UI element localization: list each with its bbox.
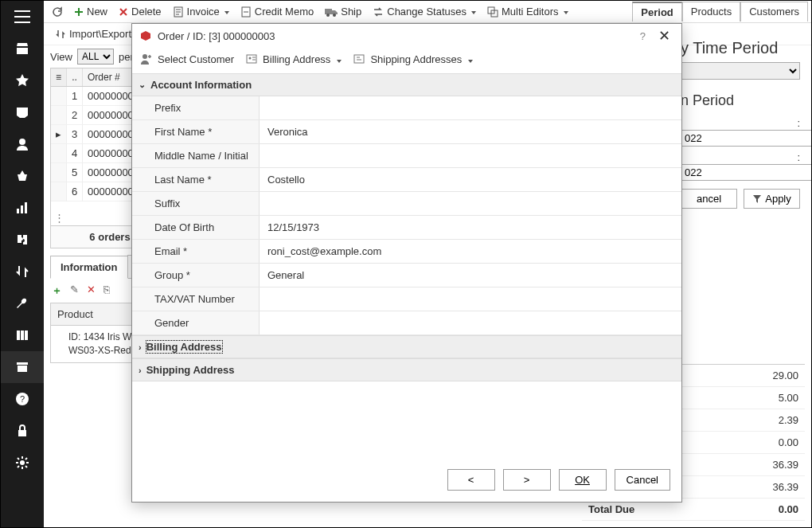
field-value[interactable] [260,96,681,119]
rp-title: y Time Period [681,39,800,57]
select-customer-action[interactable]: Select Customer [140,53,234,65]
sidebar-puzzle-icon[interactable] [1,224,44,256]
modal-ok-button[interactable]: OK [559,469,607,491]
modal-close-icon[interactable]: ✕ [655,29,673,43]
grid-expand-col: .. [67,68,83,86]
delete-label: Delete [131,6,162,18]
svg-rect-18 [325,9,332,14]
rp-apply-button[interactable]: Apply [744,189,800,209]
field-value[interactable] [260,144,681,167]
section-billing-address[interactable]: ›Billing Address [132,335,681,358]
section-shipping-address[interactable]: ›Shipping Address [132,358,681,381]
invoice-button[interactable]: Invoice [168,4,234,19]
field-value[interactable]: 12/15/1973 [260,216,681,239]
import-export-button[interactable]: Import\Export [50,26,136,41]
rp-to-input[interactable] [681,164,812,181]
modal-cancel-button[interactable]: Cancel [615,469,670,491]
totals-value: 0.00 [779,503,798,515]
rp-cancel-button[interactable]: ancel [681,189,737,209]
tab-information[interactable]: Information [50,256,128,279]
rp-from-input[interactable] [681,130,812,147]
modal-title-text: Order / ID: [3] 000000003 [158,30,275,42]
modal-help-icon[interactable]: ? [637,30,649,42]
field-label: Group * [132,264,260,287]
field-label: Date Of Birth [132,216,260,239]
new-label: New [87,6,107,18]
invoice-label: Invoice [187,6,220,18]
sidebar-chart-icon[interactable] [1,192,44,224]
credit-memo-button[interactable]: Credit Memo [236,4,318,19]
view-select[interactable]: ALL [77,49,114,65]
sidebar-columns-icon[interactable] [1,319,44,351]
svg-rect-2 [14,22,30,23]
svg-point-19 [326,14,330,17]
top-toolbar: New Delete Invoice Credit Memo Ship Chan… [44,1,811,23]
shipping-addresses-action[interactable]: Shipping Addresses [353,53,473,65]
svg-text:?: ? [20,394,25,404]
add-product-icon[interactable]: ＋ [52,284,62,298]
sidebar-lock-icon[interactable] [1,415,44,447]
ship-button[interactable]: Ship [320,4,366,19]
svg-rect-14 [18,430,26,436]
credit-memo-label: Credit Memo [255,6,314,18]
field-label: Prefix [132,96,260,119]
rp-period-select[interactable] [681,62,800,80]
sidebar-archive-icon[interactable] [1,351,44,383]
change-statuses-label: Change Statuses [387,6,467,18]
field-value[interactable]: roni_cost@example.com [260,240,681,263]
ship-label: Ship [341,6,361,18]
refresh-button[interactable] [47,5,68,19]
multi-editors-label: Multi Editors [502,6,559,18]
rp-to-label: : [681,151,800,163]
more-product-icon[interactable]: ⎘ [103,284,110,298]
change-statuses-button[interactable]: Change Statuses [368,4,481,19]
field-value[interactable] [260,192,681,215]
svg-rect-10 [17,362,28,365]
sidebar-menu-icon[interactable] [1,1,44,33]
rp-from-label: : [681,117,800,129]
svg-point-3 [19,139,25,145]
totals-value: 0.00 [779,436,798,448]
sidebar-star-icon[interactable] [1,65,44,96]
sidebar-wrench-icon[interactable] [1,287,44,319]
modal-prev-button[interactable]: < [447,469,495,491]
tab-products[interactable]: Products [682,2,740,22]
edit-product-icon[interactable]: ✎ [70,284,79,298]
section-account-information[interactable]: ⌄Account Information [132,73,681,96]
sidebar-basket-icon[interactable] [1,160,44,192]
grid-menu-icon[interactable]: ≡ [51,68,67,86]
svg-rect-9 [25,330,28,340]
sidebar-gear-icon[interactable] [1,447,44,479]
sidebar-transfer-icon[interactable] [1,256,44,287]
billing-address-action[interactable]: Billing Address [245,53,342,65]
delete-product-icon[interactable]: ✕ [87,284,96,298]
tab-period[interactable]: Period [632,2,681,22]
svg-rect-8 [21,330,24,340]
multi-editors-button[interactable]: Multi Editors [482,4,573,19]
sidebar-store-icon[interactable] [1,33,44,65]
field-value[interactable] [260,287,681,311]
chevron-right-icon: › [139,366,142,375]
svg-rect-11 [18,366,27,372]
field-value[interactable]: Costello [260,168,681,191]
svg-point-15 [20,460,25,465]
modal-next-button[interactable]: > [503,469,551,491]
tab-customers[interactable]: Customers [740,2,808,22]
svg-rect-5 [21,205,23,213]
field-label: Suffix [132,192,260,215]
sidebar-user-icon[interactable] [1,128,44,160]
new-button[interactable]: New [69,4,112,19]
field-value[interactable]: Veronica [260,120,681,143]
svg-point-23 [142,54,147,59]
sidebar-inbox-icon[interactable] [1,96,44,128]
delete-button[interactable]: Delete [114,4,166,19]
field-label: Last Name * [132,168,260,191]
svg-rect-0 [14,10,30,12]
totals-value: 36.39 [772,481,798,493]
field-label: TAX/VAT Number [132,287,260,311]
import-export-label: Import\Export [69,28,131,40]
sidebar-help-icon[interactable]: ? [1,383,44,415]
field-value[interactable]: General [260,264,681,287]
field-label: Middle Name / Initial [132,144,260,167]
field-value[interactable] [260,311,681,334]
